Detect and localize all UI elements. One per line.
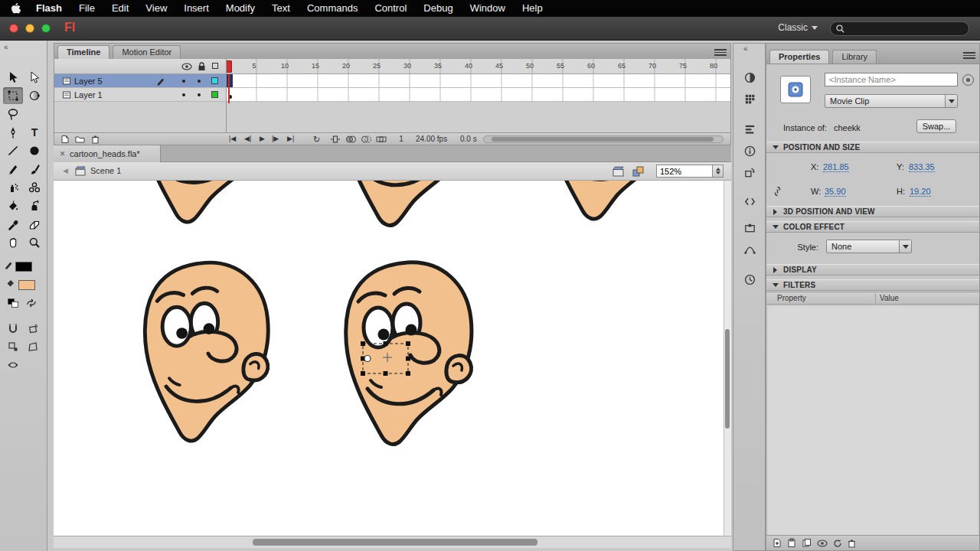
outline-layers-icon[interactable] [212,63,218,69]
spray-brush-tool[interactable] [3,179,23,196]
filters-list[interactable] [767,305,978,535]
zoom-tool[interactable] [24,234,44,251]
layer-outline-color[interactable] [211,77,218,84]
delete-filter-icon[interactable] [848,539,856,548]
edit-symbols-icon[interactable] [632,166,644,177]
stroke-color-swatch[interactable] [15,262,32,272]
layer-name[interactable]: Layer 1 [74,90,182,99]
menu-control[interactable]: Control [366,0,415,17]
swap-button[interactable]: Swap... [916,119,956,133]
stage-vertical-scrollbar-thumb[interactable] [725,329,730,429]
search-input[interactable] [844,23,963,35]
collapse-panel-icon[interactable]: « [4,43,7,51]
scene-name[interactable]: Scene 1 [90,166,121,175]
layer-row-layer-1[interactable]: Layer 1 [54,88,226,102]
oval-tool[interactable] [24,142,44,159]
registration-point[interactable] [364,356,371,362]
section-display[interactable]: DISPLAY [766,264,979,276]
new-layer-icon[interactable] [60,135,70,144]
rotate-skew-icon[interactable] [25,321,41,335]
timeline-panel-menu-icon[interactable] [714,47,727,56]
pencil-tool[interactable] [3,161,23,178]
menu-commands[interactable]: Commands [299,0,366,17]
menu-debug[interactable]: Debug [415,0,461,17]
layer1-frames-row[interactable] [227,88,730,102]
line-tool[interactable] [3,142,23,159]
layer-lock-dot[interactable] [198,80,201,83]
zoom-window-button[interactable] [41,24,51,33]
text-tool[interactable]: T [24,124,44,141]
scale-icon[interactable] [5,340,21,354]
section-filters[interactable]: FILTERS [766,279,979,291]
minimize-window-button[interactable] [25,24,34,33]
frame-rate-indicator[interactable]: 24.00 fps [416,135,447,143]
instance-target-icon[interactable] [962,74,974,86]
clipboard-icon[interactable] [802,538,812,548]
menu-help[interactable]: Help [514,0,551,17]
pen-tool[interactable] [3,124,23,141]
timeline-scrollbar[interactable] [483,135,724,143]
h-value[interactable]: 19.20 [910,187,931,197]
menu-edit[interactable]: Edit [103,0,137,17]
tab-motion-editor[interactable]: Motion Editor [113,45,181,59]
instance-name-input[interactable] [825,73,958,86]
enable-filter-icon[interactable] [817,540,828,547]
eyedropper-tool[interactable] [3,216,23,233]
layer-outline-color[interactable] [211,91,218,98]
search-field[interactable] [830,21,969,36]
layer5-frames-row[interactable] [227,74,730,88]
code-snippets-panel-icon[interactable] [742,194,757,209]
w-value[interactable]: 35.90 [825,187,846,197]
ink-bottle-tool[interactable] [24,197,44,214]
onion-skin-icon[interactable] [345,135,357,143]
apple-menu[interactable] [0,3,28,15]
transform-panel-icon[interactable] [742,165,757,180]
snap-to-objects-icon[interactable] [5,321,21,335]
align-panel-icon[interactable] [742,122,757,137]
properties-panel-menu-icon[interactable] [963,51,975,59]
lasso-tool[interactable] [3,106,23,122]
stage-vertical-scrollbar[interactable] [724,181,731,536]
black-white-colors-icon[interactable] [8,298,18,307]
layer-row-layer-5[interactable]: Layer 5 [54,74,226,88]
tab-library[interactable]: Library [832,50,877,64]
menu-view[interactable]: View [137,0,175,17]
menu-file[interactable]: File [70,0,103,17]
stage-horizontal-scrollbar[interactable] [54,536,731,548]
cartoon-head-partial-right[interactable] [547,181,671,219]
delete-layer-icon[interactable] [91,135,100,144]
zoom-input[interactable] [657,167,712,176]
layer-visibility-dot[interactable] [182,80,185,83]
timeline-scrollbar-thumb[interactable] [492,137,714,142]
menu-insert[interactable]: Insert [175,0,217,17]
expand-panels-icon[interactable]: « [743,44,746,53]
step-forward-button[interactable]: |▶ [272,135,279,142]
lock-dimensions-link-icon[interactable] [773,186,782,197]
history-panel-icon[interactable] [742,272,757,287]
center-frame-icon[interactable] [330,135,341,143]
layer-name[interactable]: Layer 5 [74,77,156,86]
edit-scene-icon[interactable] [612,166,624,177]
lock-layers-icon[interactable] [198,62,206,71]
components-panel-icon[interactable] [742,220,757,235]
x-value[interactable]: 281.85 [823,162,849,172]
cartoon-head-left[interactable] [145,262,268,441]
play-button[interactable]: ▶ [260,135,265,142]
symbol-type-dropdown[interactable]: Movie Clip [825,94,958,108]
show-hide-layers-icon[interactable] [181,63,192,70]
fill-color-swatch[interactable] [18,280,35,290]
section-position-and-size[interactable]: POSITION AND SIZE [766,142,979,153]
workspace-switcher[interactable]: Classic [778,22,818,33]
new-folder-icon[interactable] [75,135,85,143]
tab-properties[interactable]: Properties [769,50,829,64]
deco-tool[interactable] [24,179,44,196]
document-tab[interactable]: × cartoon_heads.fla* [54,145,161,162]
go-to-last-frame-button[interactable]: ▶| [287,135,294,142]
cartoon-head-partial-middle[interactable] [343,181,469,225]
cartoon-head-right[interactable] [346,262,472,445]
step-back-button[interactable]: ◀| [244,135,251,142]
reset-filter-icon[interactable] [833,539,842,548]
tab-timeline[interactable]: Timeline [57,45,109,59]
playhead[interactable] [227,60,232,73]
eraser-tool[interactable] [24,216,44,233]
